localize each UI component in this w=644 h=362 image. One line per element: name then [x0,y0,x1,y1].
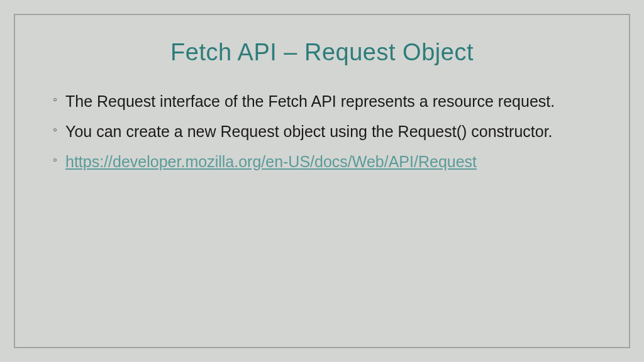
bullet-text: The Request interface of the Fetch API r… [65,92,555,110]
bullet-text: You can create a new Request object usin… [65,123,553,140]
slide-title: Fetch API – Request Object [45,39,599,66]
slide-frame: Fetch API – Request Object The Request i… [14,14,630,348]
bullet-list: The Request interface of the Fetch API r… [45,91,599,172]
bullet-link[interactable]: https://developer.mozilla.org/en-US/docs… [65,153,477,170]
list-item: https://developer.mozilla.org/en-US/docs… [53,151,599,173]
list-item: The Request interface of the Fetch API r… [53,91,599,112]
list-item: You can create a new Request object usin… [53,121,599,143]
